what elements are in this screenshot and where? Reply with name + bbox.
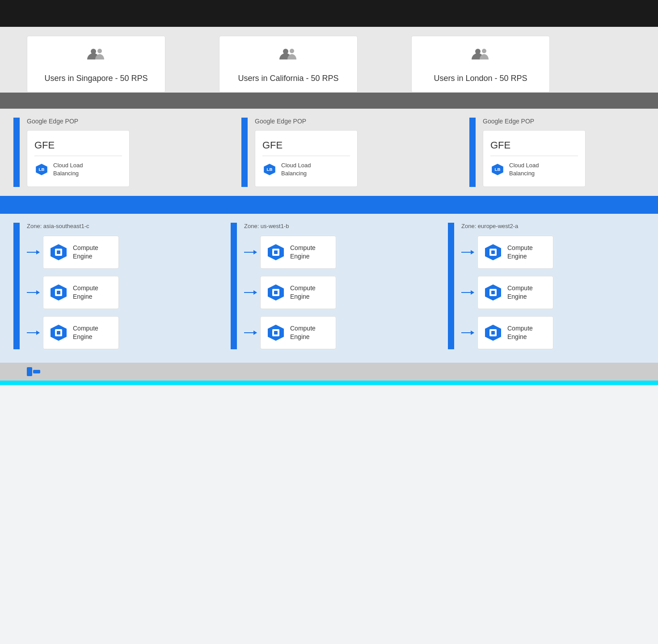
compute-label-2-3: ComputeEngine [290, 324, 316, 342]
compute-label-3-1: ComputeEngine [507, 244, 533, 261]
svg-rect-39 [27, 367, 32, 376]
arrow-1-2 [27, 292, 39, 293]
users-icon-2 [279, 47, 297, 65]
cloud-lb-icon-2: LB [262, 162, 277, 177]
svg-point-1 [97, 49, 102, 53]
svg-rect-40 [33, 370, 40, 373]
svg-rect-17 [57, 291, 60, 294]
compute-engine-icon-3-2 [484, 284, 502, 301]
svg-point-5 [482, 49, 486, 53]
compute-card-1-1: ComputeEngine [43, 236, 119, 269]
edge-label-2: Google Edge POP [255, 118, 306, 125]
zone-blue-3 [448, 223, 454, 349]
compute-card-2-1: ComputeEngine [260, 236, 336, 269]
gfe-title-2: GFE [262, 140, 350, 156]
edge-column-2: Google Edge POP GFE LB Cloud LoadBalanci… [255, 118, 358, 187]
gfe-service-label-3: Cloud LoadBalancing [509, 161, 539, 178]
compute-card-row-1-1: ComputeEngine [27, 236, 119, 269]
zone-column-3: Zone: europe-west2-a ComputeEngine [461, 223, 553, 349]
compute-card-row-3-3: ComputeEngine [461, 316, 553, 349]
arrow-1-1 [27, 252, 39, 253]
users-icon [87, 47, 105, 65]
arrow-1-3 [27, 332, 39, 333]
compute-card-3-2: ComputeEngine [477, 276, 553, 309]
compute-label-2-1: ComputeEngine [290, 244, 316, 261]
compute-card-2-3: ComputeEngine [260, 316, 336, 349]
user-label-london: Users in London - 50 RPS [434, 74, 527, 83]
gfe-title-1: GFE [34, 140, 122, 156]
users-section: Users in Singapore - 50 RPS Users in Cal… [0, 27, 658, 93]
arrow-3-1 [461, 252, 474, 253]
gfe-card-3: GFE LB Cloud LoadBalancing [483, 130, 586, 187]
gfe-service-1: LB Cloud LoadBalancing [34, 161, 83, 178]
compute-card-row-2-1: ComputeEngine [244, 236, 336, 269]
blue-bar [0, 196, 658, 214]
users-icon-3 [472, 47, 489, 65]
user-label-california: Users in California - 50 RPS [238, 74, 338, 83]
compute-engine-icon-2-2 [267, 284, 285, 301]
zone-column-1: Zone: asia-southeast1-c ComputeEngine [27, 223, 119, 349]
svg-rect-29 [274, 331, 278, 335]
compute-engine-icon-2-3 [267, 324, 285, 342]
zone-column-2: Zone: us-west1-b ComputeEngine [244, 223, 336, 349]
zone-blue-2 [231, 223, 237, 349]
user-label-singapore: Users in Singapore - 50 RPS [44, 74, 148, 83]
compute-engine-icon-1-1 [50, 243, 67, 261]
gfe-title-3: GFE [490, 140, 578, 156]
arrow-2-2 [244, 292, 257, 293]
zone-blue-1 [13, 223, 20, 349]
compute-card-1-2: ComputeEngine [43, 276, 119, 309]
compute-label-3-2: ComputeEngine [507, 284, 533, 301]
compute-label-3-3: ComputeEngine [507, 324, 533, 342]
compute-card-row-3-1: ComputeEngine [461, 236, 553, 269]
compute-label-2-2: ComputeEngine [290, 284, 316, 301]
edge-column-1: Google Edge POP GFE LB Cloud LoadBalanci… [27, 118, 130, 187]
zone-label-2: Zone: us-west1-b [244, 223, 289, 229]
compute-card-2-2: ComputeEngine [260, 276, 336, 309]
arrow-2-1 [244, 252, 257, 253]
gfe-service-label-1: Cloud LoadBalancing [53, 161, 83, 178]
compute-card-3-1: ComputeEngine [477, 236, 553, 269]
zone-label-3: Zone: europe-west2-a [461, 223, 518, 229]
top-bar [0, 0, 658, 27]
svg-rect-32 [491, 250, 495, 254]
compute-cards-1: ComputeEngine ComputeEngine [27, 236, 119, 349]
user-card-california: Users in California - 50 RPS [219, 36, 358, 93]
user-card-singapore: Users in Singapore - 50 RPS [27, 36, 165, 93]
blue-vertical-3 [469, 118, 476, 187]
blue-vertical-2 [241, 118, 248, 187]
svg-rect-23 [274, 250, 278, 254]
compute-card-row-2-2: ComputeEngine [244, 276, 336, 309]
user-card-london: Users in London - 50 RPS [411, 36, 550, 93]
svg-text:LB: LB [495, 167, 501, 172]
svg-text:LB: LB [39, 167, 45, 172]
svg-rect-14 [57, 250, 60, 254]
compute-label-1-1: ComputeEngine [73, 244, 98, 261]
gfe-card-2: GFE LB Cloud LoadBalancing [255, 130, 358, 187]
compute-engine-icon-3-1 [484, 243, 502, 261]
compute-card-row-1-2: ComputeEngine [27, 276, 119, 309]
gray-divider [0, 93, 658, 109]
cloud-lb-icon-3: LB [490, 162, 505, 177]
compute-card-row-2-3: ComputeEngine [244, 316, 336, 349]
svg-rect-35 [491, 291, 495, 294]
gfe-service-2: LB Cloud LoadBalancing [262, 161, 311, 178]
arrow-3-3 [461, 332, 474, 333]
compute-cards-3: ComputeEngine ComputeEngine [461, 236, 553, 349]
compute-label-1-2: ComputeEngine [73, 284, 98, 301]
svg-rect-38 [491, 331, 495, 335]
edge-column-3: Google Edge POP GFE LB Cloud LoadBalanci… [483, 118, 586, 187]
blue-vertical-1 [13, 118, 20, 187]
svg-rect-20 [57, 331, 60, 335]
compute-engine-icon-1-3 [50, 324, 67, 342]
edge-label-1: Google Edge POP [27, 118, 78, 125]
bottom-logo-icon [27, 367, 40, 376]
compute-card-1-3: ComputeEngine [43, 316, 119, 349]
compute-engine-icon-1-2 [50, 284, 67, 301]
compute-engine-icon-2-1 [267, 243, 285, 261]
compute-label-1-3: ComputeEngine [73, 324, 98, 342]
svg-text:LB: LB [267, 167, 273, 172]
compute-card-3-3: ComputeEngine [477, 316, 553, 349]
svg-point-3 [290, 49, 294, 53]
svg-rect-26 [274, 291, 278, 294]
